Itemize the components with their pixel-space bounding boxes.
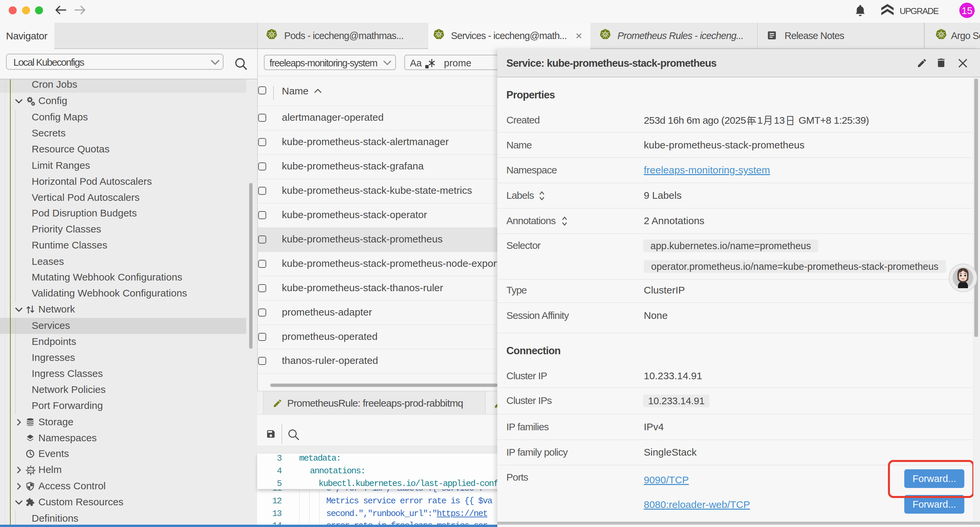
svg-text:HELM: HELM	[27, 469, 34, 472]
